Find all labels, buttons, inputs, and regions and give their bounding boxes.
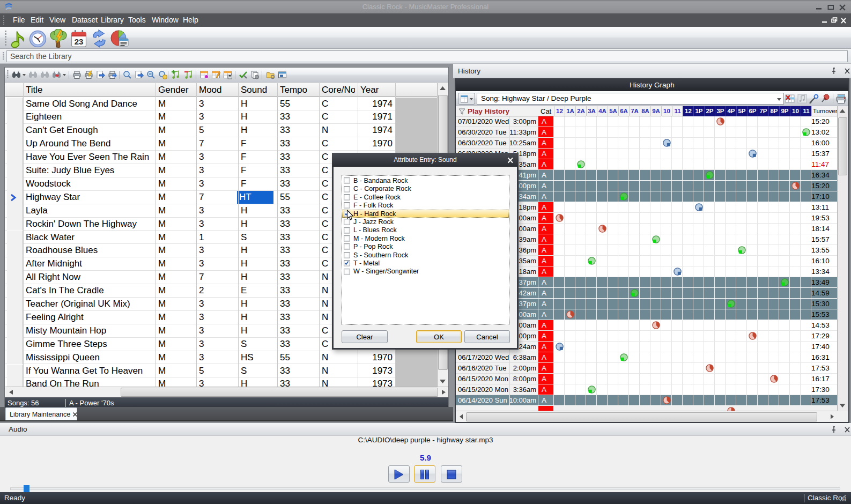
svg-text:23: 23 bbox=[75, 37, 84, 46]
